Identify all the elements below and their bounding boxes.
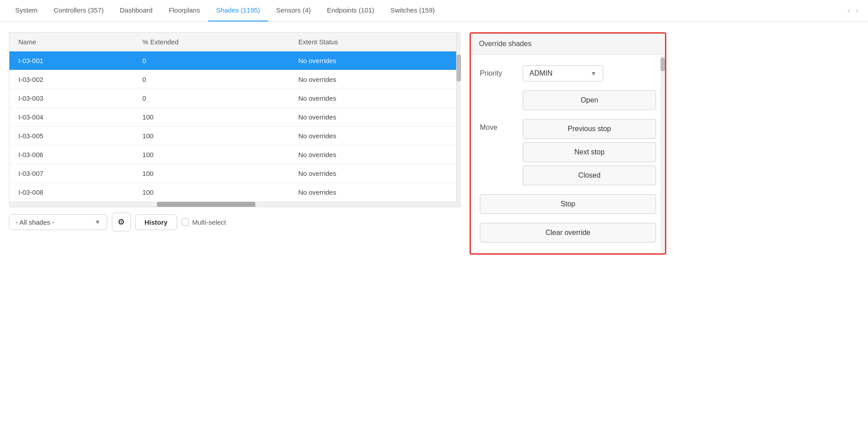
- history-label: History: [144, 218, 168, 226]
- priority-chevron-icon: ▼: [590, 70, 597, 77]
- priority-row: Priority ADMIN ▼: [480, 65, 656, 81]
- cell-name-4: I-03-005: [9, 127, 134, 145]
- table-row[interactable]: I-03-008100No overrides: [9, 183, 461, 202]
- next-stop-label: Next stop: [574, 148, 605, 156]
- col-header-percent_extended: % Extended: [133, 33, 289, 51]
- cell-percent_extended-7: 100: [133, 183, 289, 202]
- table-area: Name% ExtendedExtent Status I-03-0010No …: [9, 32, 461, 255]
- cell-name-7: I-03-008: [9, 183, 134, 202]
- multi-select-checkbox[interactable]: [182, 218, 189, 226]
- cell-percent_extended-4: 100: [133, 127, 289, 145]
- table-row[interactable]: I-03-005100No overrides: [9, 127, 461, 145]
- nav-next-arrow[interactable]: ›: [853, 6, 861, 15]
- nav-item-floorplans[interactable]: Floorplans: [161, 0, 208, 21]
- nav-item-switches[interactable]: Switches (159): [382, 0, 443, 21]
- cell-extent_status-1: No overrides: [289, 70, 456, 89]
- cell-extent_status-7: No overrides: [289, 183, 456, 202]
- multi-select-container: Multi-select: [182, 218, 226, 226]
- cell-extent_status-4: No overrides: [289, 127, 456, 145]
- priority-value: ADMIN: [529, 69, 553, 77]
- nav-item-controllers[interactable]: Controllers (357): [46, 0, 112, 21]
- cell-extent_status-0: No overrides: [289, 51, 456, 70]
- move-section: Move Previous stop Next stop Closed: [480, 119, 656, 185]
- override-header: Override shades: [471, 34, 665, 55]
- cell-percent_extended-3: 100: [133, 108, 289, 127]
- nav-item-dashboard[interactable]: Dashboard: [112, 0, 161, 21]
- closed-button[interactable]: Closed: [523, 166, 656, 185]
- open-button[interactable]: Open: [523, 90, 656, 110]
- cell-percent_extended-5: 100: [133, 145, 289, 164]
- stop-label: Stop: [561, 200, 576, 208]
- nav-item-endpoints[interactable]: Endpoints (101): [319, 0, 382, 21]
- nav-prev-arrow[interactable]: ‹: [845, 6, 853, 15]
- cell-percent_extended-6: 100: [133, 164, 289, 183]
- shade-filter-chevron-icon: ▼: [94, 218, 101, 226]
- cell-name-3: I-03-004: [9, 108, 134, 127]
- override-body: Priority ADMIN ▼ Open Move Previous stop: [471, 55, 665, 253]
- table-row[interactable]: I-03-0010No overrides: [9, 51, 461, 70]
- nav-item-system[interactable]: System: [7, 0, 46, 21]
- open-row: Open: [480, 90, 656, 110]
- cell-name-1: I-03-002: [9, 70, 134, 89]
- move-buttons: Previous stop Next stop Closed: [523, 119, 656, 185]
- cell-extent_status-6: No overrides: [289, 164, 456, 183]
- open-label: Open: [580, 96, 598, 104]
- table-row[interactable]: I-03-0020No overrides: [9, 70, 461, 89]
- cell-extent_status-3: No overrides: [289, 108, 456, 127]
- cell-percent_extended-1: 0: [133, 70, 289, 89]
- cell-name-2: I-03-003: [9, 89, 134, 108]
- h-scroll-thumb[interactable]: [157, 202, 255, 207]
- stop-button[interactable]: Stop: [480, 194, 656, 214]
- priority-label: Priority: [480, 69, 516, 77]
- nav-item-sensors[interactable]: Sensors (4): [268, 0, 319, 21]
- panel-scroll-thumb[interactable]: [661, 58, 665, 71]
- col-header-name: Name: [9, 33, 134, 51]
- closed-label: Closed: [578, 171, 601, 179]
- nav-item-shades[interactable]: Shades (1195): [208, 0, 268, 21]
- table-scroll-thumb[interactable]: [457, 55, 461, 81]
- clear-row: Clear override: [480, 223, 656, 243]
- clear-override-label: Clear override: [546, 229, 590, 236]
- table-scrollbar[interactable]: [456, 32, 461, 202]
- cell-percent_extended-2: 0: [133, 89, 289, 108]
- shades-table: Name% ExtendedExtent Status I-03-0010No …: [9, 32, 461, 202]
- main-content: Name% ExtendedExtent Status I-03-0010No …: [0, 21, 868, 265]
- nav-bar: SystemControllers (357)DashboardFloorpla…: [0, 0, 868, 21]
- next-stop-button[interactable]: Next stop: [523, 142, 656, 162]
- cell-name-5: I-03-006: [9, 145, 134, 164]
- cell-extent_status-5: No overrides: [289, 145, 456, 164]
- override-header-label: Override shades: [479, 40, 531, 47]
- cell-extent_status-2: No overrides: [289, 89, 456, 108]
- previous-stop-button[interactable]: Previous stop: [523, 119, 656, 139]
- history-button[interactable]: History: [135, 214, 177, 230]
- table-row[interactable]: I-03-007100No overrides: [9, 164, 461, 183]
- shade-filter-label: - All shades -: [16, 218, 55, 226]
- panel-scrollbar[interactable]: [661, 56, 665, 253]
- gear-icon: ⚙: [118, 217, 125, 227]
- col-header-extent_status: Extent Status: [289, 33, 456, 51]
- override-panel: Override shades Priority ADMIN ▼ Open Mo…: [470, 32, 666, 255]
- cell-percent_extended-0: 0: [133, 51, 289, 70]
- gear-button[interactable]: ⚙: [112, 213, 131, 231]
- h-scrollbar[interactable]: [9, 202, 461, 207]
- cell-name-6: I-03-007: [9, 164, 134, 183]
- move-label: Move: [480, 124, 516, 132]
- table-row[interactable]: I-03-0030No overrides: [9, 89, 461, 108]
- table-row[interactable]: I-03-006100No overrides: [9, 145, 461, 164]
- cell-name-0: I-03-001: [9, 51, 134, 70]
- clear-override-button[interactable]: Clear override: [480, 223, 656, 243]
- priority-select[interactable]: ADMIN ▼: [523, 65, 603, 81]
- table-controls: - All shades - ▼ ⚙ History Multi-select: [9, 213, 461, 231]
- previous-stop-label: Previous stop: [568, 125, 611, 132]
- stop-row: Stop: [480, 194, 656, 214]
- shade-filter-select[interactable]: - All shades - ▼: [9, 214, 107, 230]
- table-row[interactable]: I-03-004100No overrides: [9, 108, 461, 127]
- multi-select-label: Multi-select: [192, 218, 226, 226]
